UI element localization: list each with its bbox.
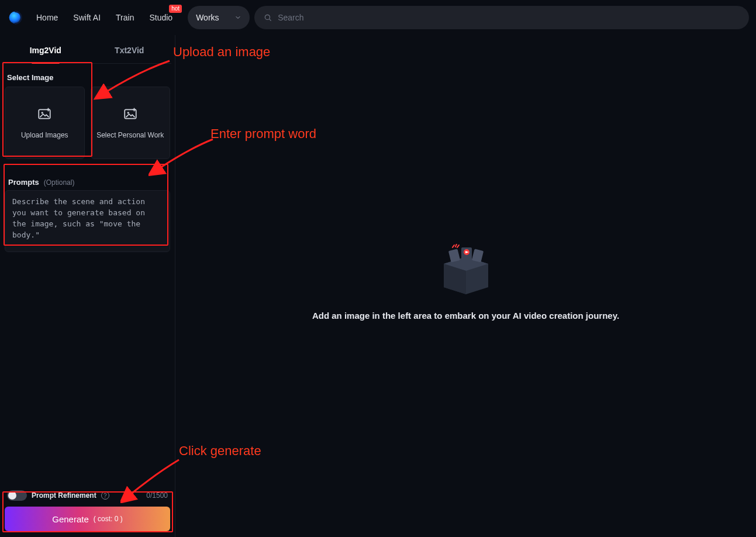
app-logo[interactable] (7, 9, 23, 26)
empty-state: Add an image in the left area to embark … (279, 244, 653, 321)
prompt-refinement-toggle[interactable] (7, 490, 27, 501)
tab-img2vid[interactable]: Img2Vid (4, 39, 88, 63)
char-counter: 0/1500 (146, 491, 168, 500)
nav-train[interactable]: Train (116, 13, 134, 22)
hot-badge: hot (169, 5, 182, 13)
svg-rect-10 (471, 249, 483, 262)
search-icon (264, 13, 272, 22)
topbar: Home Swift AI Train Studio hot Works (0, 0, 756, 35)
generate-cost: ( cost: 0 ) (94, 515, 123, 523)
empty-state-message: Add an image in the left area to embark … (312, 311, 619, 321)
upload-images-label: Upload Images (21, 131, 68, 139)
select-image-tiles: Upload Images Select Personal Work (4, 87, 171, 159)
nav-swift-ai[interactable]: Swift AI (73, 13, 101, 22)
svg-point-6 (127, 112, 129, 113)
upload-images-tile[interactable]: Upload Images (5, 87, 85, 159)
main-nav: Home Swift AI Train Studio hot (34, 13, 172, 22)
empty-box-icon (437, 244, 495, 294)
chevron-down-icon (234, 14, 241, 21)
generate-label: Generate (52, 514, 89, 524)
help-icon[interactable]: ? (101, 491, 109, 500)
prompts-title: Prompts (8, 178, 39, 187)
nav-studio[interactable]: Studio hot (149, 13, 172, 22)
select-personal-work-label: Select Personal Work (96, 131, 164, 139)
tab-txt2vid[interactable]: Txt2Vid (88, 39, 172, 63)
prompts-optional: (Optional) (44, 178, 75, 187)
prompt-section: Prompts (Optional) (4, 178, 171, 254)
prompt-refinement-label: Prompt Refinement (32, 491, 96, 500)
generate-button[interactable]: Generate ( cost: 0 ) (5, 507, 170, 531)
image-add-icon (37, 106, 52, 122)
nav-home[interactable]: Home (36, 13, 58, 22)
select-image-title: Select Image (4, 67, 171, 87)
search-input[interactable] (278, 13, 740, 22)
svg-rect-7 (448, 249, 460, 262)
select-personal-work-tile[interactable]: Select Personal Work (91, 87, 171, 159)
mode-tabs: Img2Vid Txt2Vid (4, 39, 171, 64)
works-dropdown-label: Works (196, 13, 219, 22)
sidebar: Img2Vid Txt2Vid Select Image Upload Imag… (0, 35, 175, 537)
image-user-icon (123, 106, 138, 122)
content-area: Add an image in the left area to embark … (175, 35, 756, 537)
svg-point-4 (42, 112, 43, 113)
logo-icon (8, 10, 23, 25)
prompt-input[interactable] (5, 190, 170, 252)
prompt-refinement-row: Prompt Refinement ? 0/1500 (4, 487, 171, 507)
works-dropdown[interactable]: Works (188, 6, 250, 29)
search-bar[interactable] (254, 6, 749, 29)
nav-studio-label: Studio (149, 13, 172, 22)
svg-line-2 (270, 19, 271, 21)
